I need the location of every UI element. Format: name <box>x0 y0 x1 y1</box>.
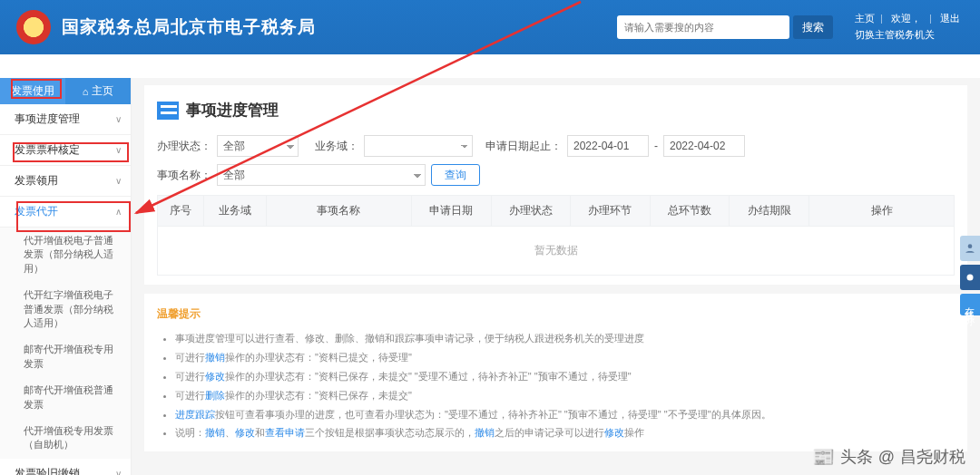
rail-service-icon[interactable] <box>960 265 980 290</box>
chevron-down-icon: ∨ <box>115 176 122 186</box>
switch-org-link[interactable]: 切换主管税务机关 <box>855 29 935 40</box>
sub-bar <box>0 54 980 78</box>
toutiao-icon: 📰 <box>812 446 835 468</box>
chevron-down-icon: ∨ <box>115 469 122 475</box>
date-to-input[interactable] <box>663 135 745 157</box>
tip-row: 进度跟踪按钮可查看事项办理的进度，也可查看办理状态为："受理不通过，待补齐补正"… <box>175 405 955 424</box>
sub-mail-special[interactable]: 邮寄代开增值税专用发票 <box>0 336 131 377</box>
th-biz: 业务域 <box>203 196 266 227</box>
sidebar-tab-invoice[interactable]: 发票使用 <box>0 78 65 104</box>
page-title: 事项进度管理 <box>186 100 279 121</box>
search-input[interactable] <box>617 15 789 39</box>
menu-progress[interactable]: 事项进度管理∨ <box>0 104 131 135</box>
list-icon <box>157 102 179 120</box>
item-select[interactable]: 全部 <box>217 164 426 186</box>
rail-online-guide[interactable]: 在线导办 <box>960 294 980 315</box>
th-name: 事项名称 <box>266 196 411 227</box>
search-box: 搜索 <box>617 15 833 39</box>
watermark: 📰 头条 @ 昌尧财税 <box>812 446 965 468</box>
result-table: 序号 业务域 事项名称 申请日期 办理状态 办理环节 总环节数 办结期限 操作 … <box>157 195 955 276</box>
date-from-input[interactable] <box>567 135 649 157</box>
status-label: 办理状态： <box>157 139 211 154</box>
th-action: 操作 <box>809 196 955 227</box>
status-select[interactable]: 全部 <box>217 135 299 157</box>
tax-emblem-icon <box>16 10 51 44</box>
biz-select[interactable] <box>364 135 473 157</box>
right-rail: 在线导办 <box>960 236 980 315</box>
submenu-issue: 代开增值税电子普通发票（部分纳税人适用） 代开红字增值税电子普通发票（部分纳税人… <box>0 228 131 459</box>
empty-row: 暂无数据 <box>158 227 955 276</box>
chevron-down-icon: ∨ <box>115 145 122 155</box>
svg-point-1 <box>967 275 974 281</box>
sub-vat-elec[interactable]: 代开增值税电子普通发票（部分纳税人适用） <box>0 228 131 282</box>
th-step: 办理环节 <box>571 196 651 227</box>
app-header: 国家税务总局北京市电子税务局 搜索 主页| 欢迎， | 退出 切换主管税务机关 <box>0 0 980 54</box>
sidebar: 发票使用 ⌂主页 事项进度管理∨ 发票票种核定∨ 发票领用∨ 发票代开∧ 代开增… <box>0 78 132 475</box>
main-content: 事项进度管理 办理状态： 全部 业务域： 申请日期起止： - 事项名称： 全部 … <box>132 78 980 475</box>
tips-panel: 温馨提示 事项进度管理可以进行查看、修改、删除、撤销和跟踪事项申请记录，便于纳税… <box>144 294 967 451</box>
user-links: 主页| 欢迎， | 退出 切换主管税务机关 <box>851 11 964 43</box>
menu-issue-on-behalf[interactable]: 发票代开∧ <box>0 197 131 228</box>
sidebar-tab-home-label: 主页 <box>92 83 113 99</box>
tip-row: 事项进度管理可以进行查看、修改、删除、撤销和跟踪事项申请记录，便于纳税人跟进税务… <box>175 329 955 348</box>
sub-self-service[interactable]: 代开增值税专用发票（自助机） <box>0 418 131 459</box>
search-button[interactable]: 搜索 <box>793 15 833 39</box>
sub-red-vat-elec[interactable]: 代开红字增值税电子普通发票（部分纳税人适用） <box>0 282 131 336</box>
th-total: 总环节数 <box>650 196 730 227</box>
chevron-up-icon: ∧ <box>115 207 122 217</box>
biz-label: 业务域： <box>304 139 358 154</box>
welcome-text: 欢迎， <box>891 13 921 24</box>
site-title: 国家税务总局北京市电子税务局 <box>62 15 316 39</box>
home-link[interactable]: 主页 <box>855 13 875 24</box>
tip-row: 可进行撤销操作的办理状态有："资料已提交，待受理" <box>175 348 955 367</box>
chevron-down-icon: ∨ <box>115 114 122 124</box>
th-deadline: 办结期限 <box>730 196 809 227</box>
home-icon: ⌂ <box>83 86 89 97</box>
tip-row: 说明：撤销、修改和查看申请三个按钮是根据事项状态动态展示的，撤销之后的申请记录可… <box>175 423 955 442</box>
svg-point-0 <box>968 244 973 248</box>
menu-verify-cancel[interactable]: 发票验旧缴销∨ <box>0 459 131 475</box>
tip-row: 可进行修改操作的办理状态有："资料已保存，未提交" "受理不通过，待补齐补正" … <box>175 367 955 386</box>
th-index: 序号 <box>158 196 204 227</box>
th-date: 申请日期 <box>411 196 491 227</box>
date-label: 申请日期起止： <box>485 139 562 154</box>
date-sep: - <box>654 140 658 152</box>
menu-receive[interactable]: 发票领用∨ <box>0 166 131 197</box>
th-status: 办理状态 <box>491 196 571 227</box>
logout-link[interactable]: 退出 <box>940 13 960 24</box>
sub-mail-general[interactable]: 邮寄代开增值税普通发票 <box>0 377 131 418</box>
rail-user-icon[interactable] <box>960 236 980 261</box>
menu-ticket-type[interactable]: 发票票种核定∨ <box>0 135 131 166</box>
item-label: 事项名称： <box>157 168 211 183</box>
query-button[interactable]: 查询 <box>431 164 480 186</box>
tips-title: 温馨提示 <box>157 303 955 329</box>
tip-row: 可进行删除操作的办理状态有："资料已保存，未提交" <box>175 386 955 405</box>
sidebar-tab-home[interactable]: ⌂主页 <box>65 78 131 104</box>
